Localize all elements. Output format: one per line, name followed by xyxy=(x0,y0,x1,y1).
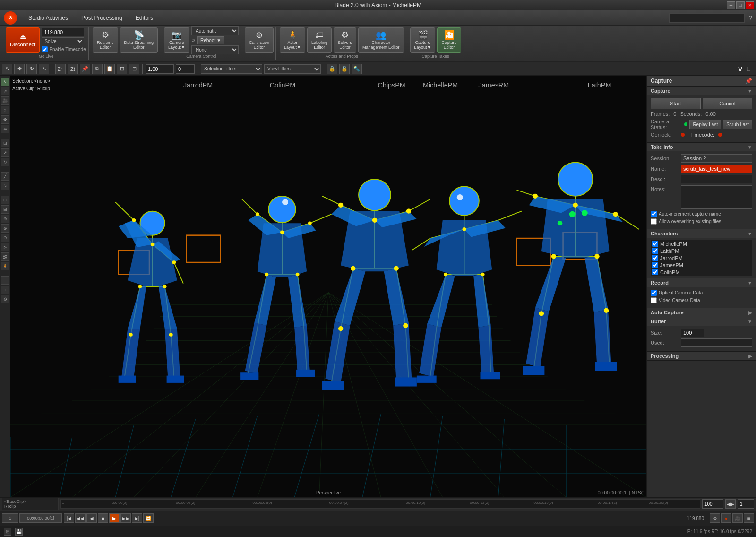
sidebar-crop-tool[interactable]: ⊡ xyxy=(1,139,9,147)
panel-pin-icon[interactable]: 📌 xyxy=(745,78,752,84)
auto-increment-checkbox[interactable] xyxy=(651,211,657,217)
capture-layout-button[interactable]: 🎬 CaptureLayout▼ xyxy=(410,27,436,53)
status-icon2[interactable]: 💾 xyxy=(15,528,23,536)
go-to-end-button[interactable]: ▶| xyxy=(132,513,142,523)
menu-editors[interactable]: Editors xyxy=(130,13,159,23)
enable-timecode-checkbox[interactable] xyxy=(42,46,48,52)
scrub-last-button[interactable]: Scrub Last xyxy=(723,120,752,129)
record-section-header[interactable]: Record ▼ xyxy=(647,278,756,287)
magnet-tool[interactable]: Z↑ xyxy=(55,64,66,74)
sidebar-box-tool[interactable]: □ xyxy=(1,196,9,204)
go-to-start-button[interactable]: |◀ xyxy=(64,513,74,523)
sidebar-camera-tool[interactable]: 🎥 xyxy=(1,96,9,105)
menu-studio-activities[interactable]: Studio Activities xyxy=(23,13,74,23)
timeline-camera-btn[interactable]: 🎥 xyxy=(732,513,743,523)
status-icon1[interactable]: ⊞ xyxy=(4,528,11,536)
scale-value-input[interactable] xyxy=(146,64,174,74)
sidebar-orbit-tool[interactable]: ○ xyxy=(1,106,9,114)
sidebar-pan-tool[interactable]: ✥ xyxy=(1,115,9,124)
sidebar-bone-tool[interactable]: ⊙ xyxy=(1,234,9,242)
sidebar-axis-tool[interactable]: ⊗ xyxy=(1,224,9,233)
value-input[interactable] xyxy=(42,28,84,36)
capture-section-header[interactable]: Capture ▼ xyxy=(647,87,756,95)
maximize-button[interactable]: □ xyxy=(736,1,745,9)
sidebar-line-tool[interactable]: ╱ xyxy=(1,172,9,181)
take-info-header[interactable]: Take Info ▼ xyxy=(647,143,756,151)
close-button[interactable]: ✕ xyxy=(746,1,754,9)
labeling-editor-button[interactable]: 🏷 LabelingEditor xyxy=(307,27,332,53)
sidebar-settings-tool[interactable]: ⚙ xyxy=(1,295,9,303)
frame-input-1[interactable] xyxy=(702,499,723,509)
timeline-record-btn[interactable]: ● xyxy=(721,513,731,523)
step-forward-button[interactable]: ▶▶ xyxy=(120,513,131,523)
selection-filters-dropdown[interactable]: SelectionFilters xyxy=(201,64,262,74)
timeline-ruler[interactable]: 1 :00:00(0) 00:00:02(2) 00:00:05(0) 00:0… xyxy=(60,499,700,509)
char-checkbox-colinPM[interactable] xyxy=(652,269,658,275)
characters-section-header[interactable]: Characters ▼ xyxy=(647,229,756,238)
char-checkbox-michellePM[interactable] xyxy=(652,241,658,247)
processing-section-header[interactable]: Processing ▶ xyxy=(647,352,756,360)
sidebar-select-tool[interactable]: ↖ xyxy=(1,78,9,86)
sidebar-marker-tool[interactable]: ⊕ xyxy=(1,215,9,223)
sidebar-link-tool[interactable]: ⛓ xyxy=(1,252,9,261)
solvers-editor-button[interactable]: ⚙ SolversEditor xyxy=(334,27,356,53)
play-back-button[interactable]: ◀ xyxy=(86,513,97,523)
reboot-button[interactable]: Reboot ▼ xyxy=(197,36,224,44)
video-camera-checkbox[interactable] xyxy=(651,297,657,303)
play-forward-button[interactable]: ▶ xyxy=(109,513,120,523)
menu-post-processing[interactable]: Post Processing xyxy=(76,13,128,23)
sidebar-arrow2-tool[interactable]: → xyxy=(1,286,9,294)
sidebar-rotate-tool[interactable]: ↻ xyxy=(1,158,9,166)
notes-textarea[interactable] xyxy=(681,185,752,209)
start-button[interactable]: Start xyxy=(651,98,701,109)
extra-tool3[interactable]: 🔦 xyxy=(352,64,362,74)
timeline-settings-btn[interactable]: ⚙ xyxy=(710,513,720,523)
offset-value-input[interactable] xyxy=(176,64,195,74)
realtime-editor-button[interactable]: ⚙ RealtimeEditor xyxy=(93,27,118,53)
timeline-step-btn[interactable]: ◀▶ xyxy=(725,499,736,509)
sidebar-snap-tool[interactable]: ⊳ xyxy=(1,243,9,251)
view-filters-dropdown[interactable]: ViewFilters xyxy=(264,64,321,74)
minimize-button[interactable]: ─ xyxy=(727,1,735,9)
automatic-dropdown[interactable]: Automatic xyxy=(191,26,239,35)
viewport[interactable]: JarrodPM ColinPM ChipsPM MichellePM Jame… xyxy=(10,76,646,497)
calibration-editor-button[interactable]: ⊕ CalibrationEditor xyxy=(245,27,274,53)
session-input[interactable] xyxy=(681,154,752,163)
sidebar-zoom-tool[interactable]: ⊕ xyxy=(1,125,9,133)
paste-tool[interactable]: 📋 xyxy=(104,64,115,74)
allow-overwriting-checkbox[interactable] xyxy=(651,218,657,225)
characters-list[interactable]: MichellePM LaithPM JarrodPM JamesPM xyxy=(651,240,752,276)
char-checkbox-jarrodPM[interactable] xyxy=(652,255,658,261)
scale-tool[interactable]: ⤡ xyxy=(39,64,49,74)
lock-tool[interactable]: 🔒 xyxy=(327,64,337,74)
extra-tool2[interactable]: ⊡ xyxy=(129,64,139,74)
char-checkbox-laithPM[interactable] xyxy=(652,248,658,254)
sidebar-transform-tool[interactable]: ⤢ xyxy=(1,148,9,157)
optical-camera-checkbox[interactable] xyxy=(651,290,657,296)
sidebar-pose-tool[interactable]: 🧍 xyxy=(1,262,9,270)
none-dropdown[interactable]: None xyxy=(191,45,239,54)
sidebar-point-tool[interactable]: · xyxy=(1,276,9,285)
unlock-tool[interactable]: 🔓 xyxy=(339,64,350,74)
cancel-button[interactable]: Cancel xyxy=(703,98,753,109)
data-streaming-editor-button[interactable]: 📡 Data StreamingEditor xyxy=(120,27,158,53)
disconnect-button[interactable]: ⏏ Disconnect xyxy=(6,27,40,53)
move-tool[interactable]: ✥ xyxy=(14,64,25,74)
camera-layout-button[interactable]: 📷 CameraLayout▼ xyxy=(164,27,189,53)
help-icon[interactable]: ? xyxy=(748,14,752,22)
search-input[interactable] xyxy=(669,13,745,23)
desc-input[interactable] xyxy=(681,175,752,183)
z-icon[interactable]: Zt xyxy=(68,64,78,74)
name-input[interactable] xyxy=(681,165,752,173)
pin-tool[interactable]: 📌 xyxy=(80,64,90,74)
copy-tool[interactable]: ⧉ xyxy=(92,64,103,74)
character-management-button[interactable]: 👥 CharacterManagement Editor xyxy=(358,27,404,53)
actor-layout-button[interactable]: 🧍 ActorLayout▼ xyxy=(280,27,305,53)
timeline-expand-btn[interactable]: ≡ xyxy=(744,513,754,523)
loop-button[interactable]: 🔁 xyxy=(143,513,154,523)
frame-input-2[interactable] xyxy=(738,499,754,509)
select-tool[interactable]: ↖ xyxy=(2,64,12,74)
solve-dropdown[interactable]: Solve xyxy=(42,37,84,45)
rotate-tool[interactable]: ↻ xyxy=(26,64,37,74)
buffer-section-header[interactable]: Buffer ▼ xyxy=(647,317,756,326)
